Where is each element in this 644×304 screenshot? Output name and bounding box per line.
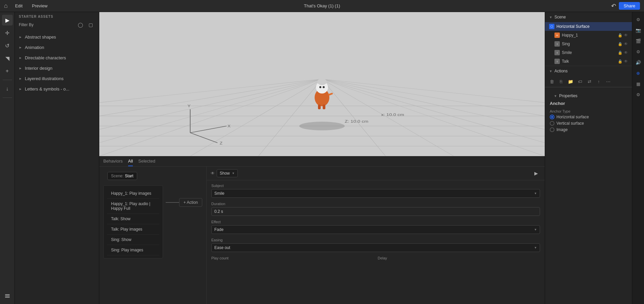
action-item-1[interactable]: Happy_1: Play images (107, 188, 159, 199)
svg-point-30 (299, 122, 345, 130)
down-tool[interactable]: ↓ (2, 83, 13, 94)
duration-group: Duration 0.2 s (211, 202, 540, 216)
play-count-label: Play count (211, 256, 374, 260)
radio-btn-vertical (550, 121, 554, 126)
scene-item-label: Sing (562, 42, 616, 46)
chevron-icon: ► (19, 66, 22, 70)
subject-select[interactable]: Smile ▼ (211, 189, 540, 198)
anchor-type-row: Anchor Type Horizontal surface Vertical … (550, 109, 627, 132)
add-action-connector: + Action (163, 185, 202, 209)
right-panel: ▼ Scene ⬡ Horizontal Surface H Happy_1 🔒… (545, 12, 632, 304)
sidebar-item-directable-chars[interactable]: ► Directable characters (15, 53, 99, 63)
scene-item-talk[interactable]: I Talk 🔒 👁 (545, 57, 632, 66)
radio-vertical-surface[interactable]: Vertical surface (550, 121, 627, 126)
video-icon[interactable]: 🎬 (634, 36, 643, 46)
lock-icon[interactable]: 🔒 (618, 59, 623, 64)
properties-panel-header[interactable]: ▼ Properties (550, 91, 627, 101)
add-action-button[interactable]: + Action (179, 198, 202, 207)
folder-action-button[interactable]: 📁 (567, 77, 575, 85)
action-item-6[interactable]: Sing: Play images (107, 245, 159, 255)
sidebar-item-label: Letters & symbols - o... (25, 86, 69, 92)
eye-icon[interactable]: 👁 (624, 33, 628, 38)
audio-icon[interactable]: 🔊 (634, 58, 643, 67)
menu-preview[interactable]: Preview (30, 2, 49, 10)
lock-icon[interactable]: 🔒 (618, 42, 623, 46)
tab-all[interactable]: All (128, 159, 133, 166)
share-button[interactable]: Share (619, 2, 640, 10)
filter-image-icon[interactable]: ▢ (86, 20, 95, 29)
layers-icon[interactable] (2, 291, 13, 301)
actions-panel: ▼ Actions 🗑 ⎘ 📁 🏷 ⇄ ↑ ⋯ (545, 66, 632, 87)
play-button[interactable]: ▶ (531, 169, 541, 178)
camera-icon[interactable]: 📷 (634, 25, 643, 35)
tab-selected[interactable]: Selected (138, 159, 155, 166)
settings-icon[interactable]: ⚙ (634, 15, 643, 24)
scene-item-horizontal-surface[interactable]: ⬡ Horizontal Surface (545, 22, 632, 31)
sidebar-item-interior-design[interactable]: ► Interior design (15, 63, 99, 73)
copy-action-button[interactable]: ⎘ (557, 77, 565, 85)
sidebar-item-abstract-shapes[interactable]: ► Abstract shapes (15, 32, 99, 42)
action-details-header: 👁 Show ▼ ▶ (207, 167, 545, 180)
undo-button[interactable]: ↶ (611, 2, 616, 10)
duration-value[interactable]: 0.2 s (211, 207, 540, 216)
move-up-button[interactable]: ↑ (595, 77, 603, 85)
actions-list-inner: Scene: Start Happy_1: Play images Happy_… (99, 167, 206, 304)
sidebar-header: STARTER ASSETS (15, 12, 99, 20)
sidebar-item-animation[interactable]: ► Animation (15, 42, 99, 53)
svg-text:Z: Z (220, 141, 222, 145)
delete-action-button[interactable]: 🗑 (548, 77, 556, 85)
select-tool[interactable]: ▶ (2, 15, 13, 25)
action-item-4[interactable]: Talk: Play images (107, 224, 159, 235)
anchor-icon[interactable]: ⊕ (634, 68, 643, 78)
scene-item-sing[interactable]: I Sing 🔒 👁 (545, 40, 632, 48)
settings2-icon[interactable]: ⚙ (634, 47, 643, 56)
grid-icon[interactable]: ▦ (634, 79, 643, 88)
split-action-button[interactable]: ⇄ (585, 77, 593, 85)
svg-point-37 (323, 86, 325, 88)
scene-panel-header[interactable]: ▼ Scene (545, 12, 632, 22)
delay-group: Delay (378, 256, 540, 260)
lock-icon[interactable]: 🔒 (618, 33, 623, 38)
more-action-button[interactable]: ⋯ (604, 77, 612, 85)
effect-label: Effect (211, 220, 540, 224)
easing-select[interactable]: Ease out ▼ (211, 243, 540, 252)
connector-line (166, 202, 179, 203)
effect-group: Effect Fade ▼ (211, 220, 540, 234)
radio-image[interactable]: Image (550, 127, 627, 132)
topbar-left: ⌂ Edit Preview (4, 2, 50, 10)
image-icon: I (554, 59, 560, 64)
filter-icons: ◯ ▢ (76, 20, 95, 29)
radio-horizontal-surface[interactable]: Horizontal surface (550, 115, 627, 119)
action-item-5[interactable]: Sing: Show (107, 235, 159, 245)
show-dropdown[interactable]: Show ▼ (217, 169, 238, 177)
add-tool[interactable]: + (2, 66, 13, 76)
settings3-icon[interactable]: ⚙ (634, 90, 643, 99)
chevron-down-icon: ▼ (534, 192, 537, 195)
actions-panel-header[interactable]: ▼ Actions (545, 66, 632, 76)
play-count-group: Play count (211, 256, 374, 260)
home-icon[interactable]: ⌂ (4, 2, 8, 9)
char-icon: H (554, 33, 560, 38)
move-tool[interactable]: ✛ (2, 27, 13, 38)
scale-tool[interactable]: ◥ (2, 53, 13, 64)
sidebar-item-layered-illustrations[interactable]: ► Layered illustrations (15, 73, 99, 84)
sidebar-item-letters-symbols[interactable]: ► Letters & symbols - o... (15, 84, 99, 94)
topbar-right: ↶ Share (611, 2, 640, 10)
action-item-2[interactable]: Happy_1: Play audio | Happy Full (107, 199, 159, 214)
eye-icon[interactable]: 👁 (624, 59, 628, 64)
scene-start-button[interactable]: Scene: Start (107, 172, 137, 180)
tab-behaviors[interactable]: Behaviors (103, 159, 123, 166)
action-item-3[interactable]: Talk: Show (107, 214, 159, 224)
image-icon: I (554, 50, 560, 55)
effect-select[interactable]: Fade ▼ (211, 225, 540, 234)
menu-edit[interactable]: Edit (13, 2, 24, 10)
scene-item-smile[interactable]: I Smile 🔒 👁 (545, 48, 632, 57)
tag-action-button[interactable]: 🏷 (576, 77, 584, 85)
lock-icon[interactable]: 🔒 (618, 51, 623, 55)
eye-icon[interactable]: 👁 (624, 50, 628, 55)
rotate-tool[interactable]: ↺ (2, 40, 13, 51)
actions-list: Scene: Start Happy_1: Play images Happy_… (99, 167, 207, 304)
scene-item-happy1[interactable]: H Happy_1 🔒 👁 (545, 31, 632, 40)
filter-motion-icon[interactable]: ◯ (76, 20, 85, 29)
eye-icon[interactable]: 👁 (624, 42, 628, 46)
